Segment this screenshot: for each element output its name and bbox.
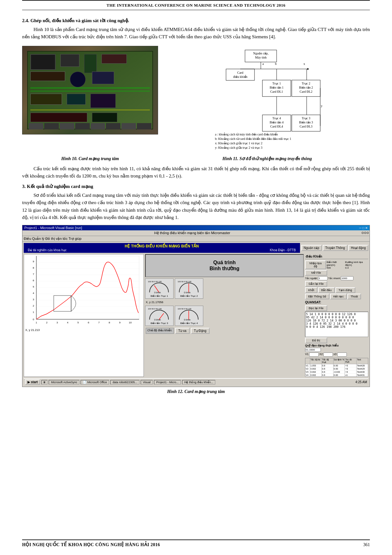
ss-inner-title: HỆ THỐNG ĐIỀU KHIỂN MẠNG BIẾN TẦN Đề tài… xyxy=(24,243,300,253)
svg-text:Biến tần 3: Biến tần 3 xyxy=(299,121,313,124)
ss-top-buttons: Nguồn cấp Truyền Thông Hoạt động xyxy=(301,245,368,251)
ss-truyen-button[interactable]: Truyền Thông xyxy=(323,245,347,251)
ss-taskbar-visual[interactable]: Visual xyxy=(141,380,153,384)
svg-text:2: 2 xyxy=(46,321,48,324)
ss-x2-label: X2 xyxy=(319,352,323,357)
ss-gailai-btn[interactable]: Gắn lại File xyxy=(305,281,327,287)
svg-text:Card ĐL2: Card ĐL2 xyxy=(300,90,312,93)
ss-row3-id: V3 xyxy=(305,371,310,373)
svg-text:6: 6 xyxy=(33,279,34,282)
ss-title-row: HỆ THỐNG ĐIỀU KHIỂN MẠNG BIẾN TẦN Đề tài… xyxy=(24,243,368,253)
ss-table-row4: V4 0.002 0.6 0.83 v1 Text431 xyxy=(305,374,368,377)
ss-row1-v4: +3 xyxy=(345,364,357,367)
ss-thoat-btn[interactable]: Thoát xyxy=(347,294,361,299)
ss-v1-input[interactable] xyxy=(305,348,321,352)
ss-doho-btn[interactable]: Đồ thị xyxy=(305,338,327,343)
ss-setting-labels2: Đường kính tọa độ(m) 0.4 xyxy=(345,261,368,269)
ss-table-row1: V1 1.053 0.6 0.93 +3 Text428 xyxy=(305,364,368,367)
ss-right-panel: điều Khiển Nhập tọa độ Biến thời gian(m)… xyxy=(305,254,368,377)
ss-th-tocdothuc: Toc đô thực xyxy=(345,358,357,364)
ss-output-display: 5 14 1 0 0 0 0 0 0 0 12 126 095 42 2 14 … xyxy=(305,312,368,337)
ss-th-blank xyxy=(305,358,310,364)
ss-topbar: Hệ thống điều khiển mạng biến tần Microm… xyxy=(22,230,370,236)
ss-data-table: Tốc độ thị Tốc độ thực Sai lệnh % Toc đô… xyxy=(305,358,368,377)
ss-nhaptoa-row: Nhập tọa độ Biến thời gian(m) 500 Đường … xyxy=(305,260,368,269)
ss-mefile-btn[interactable]: Mở File xyxy=(305,270,327,276)
ss-toctdo-input2[interactable] xyxy=(341,276,353,280)
caption-fig11: Hình 11. Sơ đồ thử nghiệm mạng truyền th… xyxy=(164,156,370,161)
ss-taskbar-activesync[interactable]: Microsoft ActiveSync xyxy=(49,380,79,384)
ss-th-text: Text xyxy=(357,358,368,364)
ss-tuxe-button[interactable]: Từ xa xyxy=(175,328,189,334)
fig12-caption: Hình 12. Card mạng trung tâm xyxy=(22,389,370,394)
page-footer: HỘI NGHỊ QUỐC TẾ KHOA HỌC CÔNG NGHỆ HÀNG… xyxy=(22,539,370,547)
ss-start-button[interactable]: ▶ start xyxy=(25,379,40,385)
section-24-para1: Hình 10 là sản phẩm Card mạng trung tâm … xyxy=(22,26,370,41)
ss-row4-v2: 0.6 xyxy=(322,374,334,377)
ss-taskbar-office[interactable]: 📄 Microsoft Office xyxy=(81,380,109,384)
ss-x3-input[interactable] xyxy=(323,352,333,357)
ss-taskbar-data[interactable]: data robotti22305... xyxy=(110,380,139,384)
page-header: THE INTERNATIONAL CONFERENCE ON MARINE S… xyxy=(22,0,370,10)
ss-gauge-row1: 100 50 0 50 100 0 l/min Biến tần Trục 1 … xyxy=(145,278,304,299)
ss-row1-v2: 0.6 xyxy=(322,364,334,367)
ss-title-text: Project1 - Microsoft Visual Basic [run] xyxy=(24,226,82,230)
svg-text:Card ĐL3: Card ĐL3 xyxy=(300,125,312,128)
svg-text:2: 2 xyxy=(33,304,34,307)
svg-text:Card ĐL1: Card ĐL1 xyxy=(270,90,283,93)
ss-subtitle-row: Đề tài nghiên cứu khoa học Khoa Điện - Đ… xyxy=(25,248,299,252)
ss-coord2: X, y 21.17056 xyxy=(146,301,163,304)
ss-nhaptoa-btn[interactable]: Nhập tọa độ xyxy=(305,260,326,269)
ss-process-label1: Quá trình xyxy=(148,260,301,265)
ss-ketnac-btn[interactable]: Kết nạc xyxy=(330,294,347,299)
ss-gauge3: 100 50 0 50 100 0 l/min Biến tần Trục 3 xyxy=(145,306,174,326)
ss-nguon-button[interactable]: Nguồn cấp xyxy=(301,245,322,251)
svg-text:1: 1 xyxy=(33,311,34,314)
svg-text:Biến tần 2: Biến tần 2 xyxy=(299,86,313,89)
ss-row4-id: V4 xyxy=(305,374,310,377)
ss-quydao-label: Quỹ đạo dạng thực hiểu xyxy=(305,344,368,347)
network-diagram: Nguồn cấp, Máy tính a b x Card điều khiể… xyxy=(164,46,370,153)
svg-text:0: 0 xyxy=(33,318,34,321)
svg-text:y: y xyxy=(321,104,322,108)
svg-text:Card: Card xyxy=(237,71,243,74)
header-title: THE INTERNATIONAL CONFERENCE ON MARINE S… xyxy=(107,3,285,8)
ss-x3b-input[interactable] xyxy=(337,352,347,357)
ss-docfile-btn[interactable]: Đọc lại File xyxy=(305,305,327,311)
ss-action-buttons: Khởi Bắt đầu Tạm dừng xyxy=(305,287,368,293)
ss-toctdo-input[interactable] xyxy=(318,276,328,280)
svg-text:0 l/min: 0 l/min xyxy=(154,291,161,294)
ss-tamdung-btn[interactable]: Tạm dừng xyxy=(335,287,355,293)
section-3-heading: 3. Kết quả thử nghiệm card mạng xyxy=(22,184,370,189)
svg-text:8: 8 xyxy=(109,321,110,324)
ss-batdau-btn[interactable]: Bắt đầu xyxy=(318,287,335,293)
svg-text:100 50 0 50 100: 100 50 0 50 100 xyxy=(148,281,162,283)
ss-action-buttons2: Đặt Thông Số Kết nạc Thoát xyxy=(305,294,368,299)
network-svg: Nguồn cấp, Máy tính a b x Card điều khiể… xyxy=(167,48,367,150)
ss-gauge4-svg: 100 50 0 50 100 0 l/min xyxy=(176,307,201,321)
ss-gauge-row2: 100 50 0 50 100 0 l/min Biến tần Trục 3 … xyxy=(145,306,304,326)
ss-process-box: Quá trình Bình thường xyxy=(145,254,304,277)
ss-hoat-button[interactable]: Hoạt động xyxy=(348,245,368,251)
ss-row3-text: Text430 xyxy=(357,371,368,373)
ss-coord-row: X, y 21.213 xyxy=(24,328,144,332)
ss-tudong-button[interactable]: Tự Động xyxy=(191,328,210,334)
svg-text:5: 5 xyxy=(77,321,79,324)
ss-axis-label2: Biến tần Trục 2 xyxy=(176,295,202,297)
ss-center-panel: Quá trình Bình thường 100 50 0 50 100 0 … xyxy=(145,254,304,377)
ss-taskbar-active[interactable]: 🖥 xyxy=(41,380,47,384)
ss-row2-v3: 0.93 xyxy=(334,367,345,370)
ss-val2: 0.4 xyxy=(345,266,368,269)
ss-graph-panel: 0 1 2 3 4 5 6 7 8 9 1 2 3 4 xyxy=(24,254,144,377)
ss-taskbar-project[interactable]: Project1 - Micro... xyxy=(154,380,181,384)
ss-titlebar: Project1 - Microsoft Visual Basic [run] … xyxy=(22,225,370,230)
svg-text:100 50 0 50 100: 100 50 0 50 100 xyxy=(178,281,192,283)
ss-th-tatc: Tốc độ thực xyxy=(322,358,334,364)
ss-dat-btn[interactable]: Đặt Thông Số xyxy=(305,294,329,299)
ss-taskbar-he[interactable]: Hệ thống điều khiển... xyxy=(182,380,216,384)
svg-text:a: a xyxy=(262,62,264,65)
ss-row3-v4: +3 xyxy=(345,371,357,373)
ss-x2-input[interactable] xyxy=(309,352,319,357)
svg-text:Trục 1: Trục 1 xyxy=(272,82,281,85)
ss-khoi-btn[interactable]: Khởi xyxy=(305,287,317,293)
